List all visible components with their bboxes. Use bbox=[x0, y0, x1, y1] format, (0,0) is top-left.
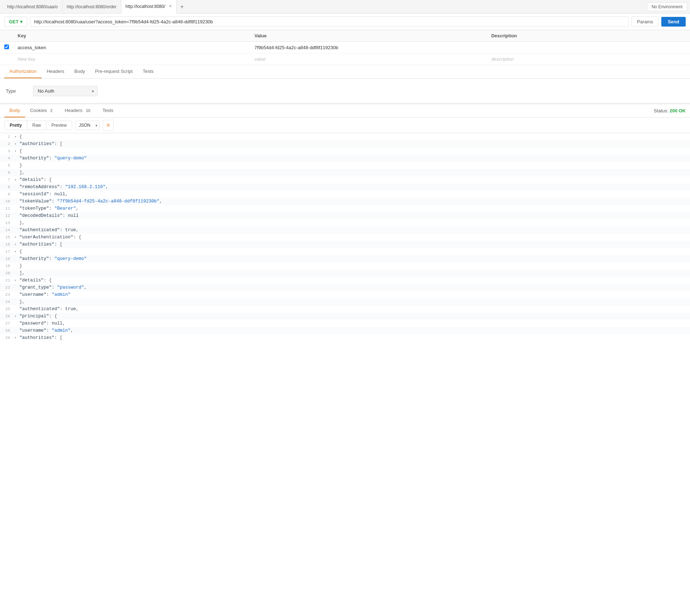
json-key: "sessionId" bbox=[19, 192, 49, 197]
line-toggle-2[interactable]: ▾ bbox=[14, 141, 19, 147]
line-toggle-16[interactable]: ▾ bbox=[14, 242, 19, 248]
wrap-icon[interactable]: ≡ bbox=[103, 120, 114, 131]
params-button[interactable]: Params bbox=[631, 17, 658, 27]
tab-1[interactable]: http://localhost:8080/order bbox=[62, 0, 121, 14]
line-content-1: { bbox=[19, 133, 687, 140]
code-line-7: 7▾ "details": { bbox=[0, 176, 690, 183]
col-check bbox=[0, 30, 13, 42]
auth-type-label: Type bbox=[6, 88, 27, 94]
tab-pre-request-script[interactable]: Pre-request Script bbox=[90, 65, 138, 78]
auth-type-select-wrapper: No Auth Basic Auth Bearer Token OAuth 2.… bbox=[33, 86, 98, 96]
json-punct: : bbox=[52, 199, 57, 204]
line-content-17: { bbox=[19, 248, 687, 255]
code-line-12: 12 "decodedDetails": null bbox=[0, 212, 690, 219]
json-punct: : [ bbox=[55, 242, 63, 247]
line-num-16: 16 bbox=[3, 242, 14, 248]
response-tab-headers[interactable]: Headers 10 bbox=[60, 104, 97, 117]
param-new-key: New key bbox=[18, 56, 36, 62]
status-code: 200 OK bbox=[670, 108, 686, 113]
code-line-18: 18 "authority": "query-demo" bbox=[0, 255, 690, 262]
json-punct: : [ bbox=[55, 335, 63, 340]
json-key: "authenticated" bbox=[19, 228, 60, 233]
code-line-16: 16▾ "authorities": [ bbox=[0, 241, 690, 248]
url-input[interactable] bbox=[30, 17, 629, 27]
json-punct: : bbox=[60, 307, 65, 312]
json-punct: { bbox=[19, 149, 22, 154]
param-row-0: access_token 7f9b54d4-fd25-4a2c-a848-ddf… bbox=[0, 42, 690, 53]
format-raw-button[interactable]: Raw bbox=[27, 121, 46, 130]
json-punct: , bbox=[71, 328, 74, 333]
line-content-6: ], bbox=[19, 169, 687, 176]
tab-authorization[interactable]: Authorization bbox=[4, 65, 42, 78]
json-string: "Bearer" bbox=[55, 206, 76, 211]
code-line-6: 6 ], bbox=[0, 169, 690, 176]
format-select[interactable]: JSON XML HTML Text bbox=[75, 121, 99, 130]
response-tab-tests[interactable]: Tests bbox=[97, 104, 118, 117]
auth-type-select[interactable]: No Auth Basic Auth Bearer Token OAuth 2.… bbox=[33, 86, 98, 96]
code-line-20: 20 ], bbox=[0, 270, 690, 277]
format-pretty-button[interactable]: Pretty bbox=[5, 121, 27, 130]
method-button[interactable]: GET ▾ bbox=[4, 17, 27, 27]
line-content-12: "decodedDetails": null bbox=[19, 212, 687, 219]
line-num-2: 2 bbox=[3, 141, 14, 148]
response-tab-body[interactable]: Body bbox=[4, 104, 25, 117]
json-string: "admin" bbox=[52, 328, 71, 333]
code-line-19: 19 } bbox=[0, 262, 690, 270]
json-key: "tokenType" bbox=[19, 206, 49, 211]
json-punct: : bbox=[60, 185, 65, 190]
json-string: "query-demo" bbox=[55, 156, 87, 161]
line-num-19: 19 bbox=[3, 263, 14, 270]
code-line-24: 24 }, bbox=[0, 298, 690, 305]
tab-0[interactable]: http://localhost:8080/uaa/o bbox=[3, 0, 62, 14]
line-toggle-21[interactable]: ▾ bbox=[14, 278, 19, 284]
line-toggle-3[interactable]: ▾ bbox=[14, 149, 19, 154]
method-chevron-icon: ▾ bbox=[20, 19, 23, 24]
line-num-28: 28 bbox=[3, 328, 14, 334]
line-content-18: "authority": "query-demo" bbox=[19, 255, 687, 262]
json-punct: }, bbox=[19, 299, 25, 304]
code-area: 1▾{2▾ "authorities": [3▾ {4 "authority":… bbox=[0, 133, 690, 341]
line-toggle-17[interactable]: ▾ bbox=[14, 249, 19, 255]
tab-headers[interactable]: Headers bbox=[42, 65, 69, 78]
line-num-13: 13 bbox=[3, 220, 14, 227]
add-tab-button[interactable]: + bbox=[177, 4, 187, 10]
line-num-21: 21 bbox=[3, 277, 14, 284]
code-line-13: 13 }, bbox=[0, 219, 690, 227]
json-key: "tokenValue" bbox=[19, 199, 52, 204]
param-row-0-checkbox[interactable] bbox=[4, 45, 9, 49]
json-punct: ], bbox=[19, 170, 25, 175]
json-punct: : bbox=[49, 206, 55, 211]
line-toggle-26[interactable]: ▾ bbox=[14, 314, 19, 319]
line-toggle-29[interactable]: ▾ bbox=[14, 335, 19, 341]
line-num-5: 5 bbox=[3, 163, 14, 169]
tab-body[interactable]: Body bbox=[69, 65, 90, 78]
tabs-bar: http://localhost:8080/uaa/o http://local… bbox=[0, 0, 690, 14]
line-content-11: "tokenType": "Bearer", bbox=[19, 205, 687, 212]
code-line-14: 14 "authenticated": true, bbox=[0, 227, 690, 234]
line-toggle-15[interactable]: ▾ bbox=[14, 235, 19, 241]
json-key: "authenticated" bbox=[19, 307, 60, 312]
json-punct: : { bbox=[49, 314, 57, 319]
param-key-0: access_token bbox=[18, 45, 46, 50]
line-toggle-7[interactable]: ▾ bbox=[14, 177, 19, 183]
line-content-25: "authenticated": true, bbox=[19, 305, 687, 313]
response-tab-cookies[interactable]: Cookies 2 bbox=[25, 104, 60, 117]
line-toggle-1[interactable]: ▾ bbox=[14, 134, 19, 140]
json-key: "remoteAddress" bbox=[19, 185, 60, 190]
cookies-badge: 2 bbox=[48, 108, 55, 113]
line-num-25: 25 bbox=[3, 306, 14, 313]
send-button[interactable]: Send bbox=[661, 17, 686, 27]
no-environment-button[interactable]: No Environment bbox=[647, 3, 687, 11]
tab-tests[interactable]: Tests bbox=[137, 65, 158, 78]
json-punct: { bbox=[19, 134, 22, 139]
auth-section: Type No Auth Basic Auth Bearer Token OAu… bbox=[0, 79, 690, 104]
json-punct: : bbox=[60, 228, 65, 233]
tab-2[interactable]: http://localhost:8080/ ✕ bbox=[121, 0, 177, 14]
line-content-29: "authorities": [ bbox=[19, 334, 687, 341]
line-content-15: "userAuthentication": { bbox=[19, 234, 687, 241]
tab-2-close-icon[interactable]: ✕ bbox=[169, 4, 172, 9]
json-punct: , bbox=[106, 185, 108, 190]
params-section: Key Value Description access_token 7f9b5… bbox=[0, 30, 690, 65]
format-preview-button[interactable]: Preview bbox=[46, 121, 72, 130]
json-string: "admin" bbox=[52, 292, 71, 297]
